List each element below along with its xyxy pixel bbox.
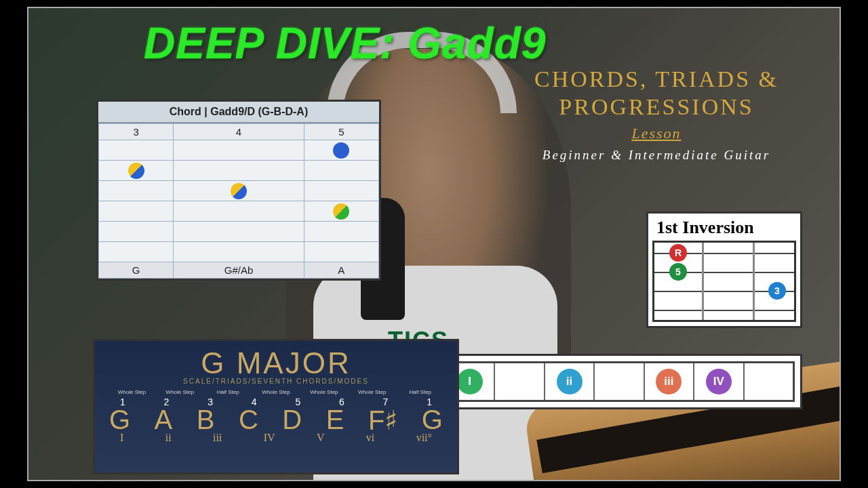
roman-track: I ii iii IV — [443, 361, 795, 402]
roman-numeral-box: I ii iii IV — [436, 354, 802, 409]
fret-label: 3 — [99, 124, 174, 140]
chord-diagram-box: Chord | Gadd9/D (G-B-D-A) 3 4 5 G G#/Ab … — [96, 100, 381, 281]
series-title-line1: CHORDS, TRIADS & — [514, 66, 799, 94]
gmajor-subtitle: SCALE/TRIADS/SEVENTH CHORDS/MODES — [105, 378, 447, 385]
roman-degree: IV — [706, 369, 732, 394]
chord-grid: 3 4 5 G G#/Ab A — [98, 123, 379, 279]
step-intervals-row: Whole Step Whole Step Half Step Whole St… — [105, 389, 447, 395]
series-subtitle: Beginner & Intermediate Guitar — [514, 148, 799, 163]
chord-dot — [333, 142, 349, 159]
note-label: G#/Ab — [174, 262, 304, 279]
chord-dot — [128, 163, 144, 179]
inversion-diagram: R 5 3 — [652, 241, 796, 322]
roman-degree: iii — [656, 369, 682, 394]
fret-label: 4 — [174, 124, 304, 140]
lesson-label: Lesson — [514, 125, 799, 142]
inversion-dot-root: R — [669, 244, 687, 262]
roman-degree: I — [457, 369, 483, 394]
main-title-overlay: DEEP DIVE: Gadd9 — [144, 18, 546, 68]
gmajor-scale-box: G MAJOR SCALE/TRIADS/SEVENTH CHORDS/MODE… — [93, 339, 459, 474]
roman-degree: ii — [557, 369, 583, 394]
series-title-line2: PROGRESSIONS — [514, 94, 799, 121]
chord-dot — [231, 183, 247, 199]
note-label: G — [99, 262, 174, 279]
inversion-box: 1st Inversion R 5 3 — [646, 211, 802, 328]
inversion-title: 1st Inversion — [652, 218, 796, 238]
inversion-dot-fifth: 5 — [669, 263, 687, 281]
chord-header: Chord | Gadd9/D (G-B-D-A) — [98, 102, 379, 123]
video-thumbnail-frame[interactable]: TICS DEEP DIVE: Gadd9 CHORDS, TRIADS & P… — [27, 7, 841, 481]
inversion-dot-third: 3 — [768, 282, 786, 300]
fret-label: 5 — [304, 124, 378, 140]
note-label: A — [304, 262, 378, 279]
chord-dot — [333, 203, 349, 220]
series-title-block: CHORDS, TRIADS & PROGRESSIONS Lesson Beg… — [514, 66, 799, 163]
gmajor-title: G MAJOR — [105, 346, 447, 380]
